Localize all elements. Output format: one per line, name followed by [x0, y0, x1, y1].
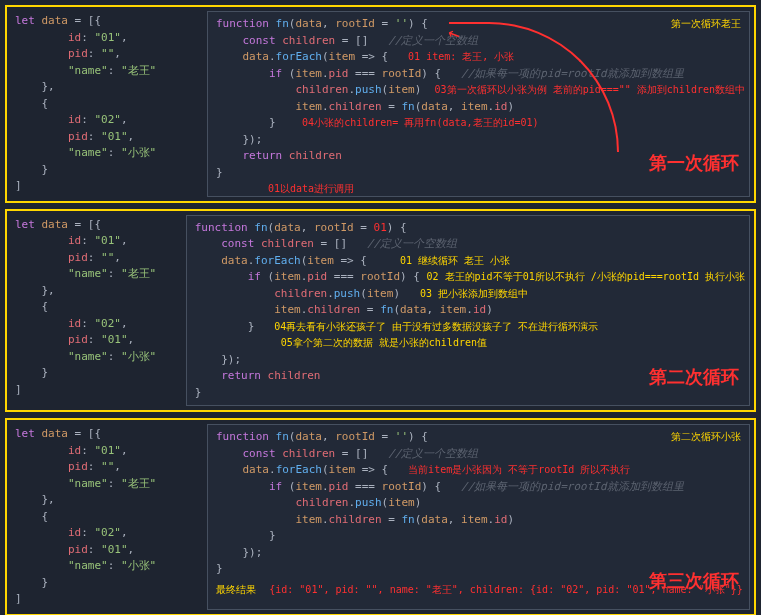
str: "老王"	[121, 267, 156, 280]
panel-2-left: let data = [{ id: "01", pid: "", "name":…	[7, 211, 186, 411]
colon: :	[81, 234, 94, 247]
heading-loop1: 第一次循环	[649, 149, 739, 176]
brace: }	[248, 320, 255, 333]
method: forEach	[276, 463, 322, 476]
prop-id: id	[68, 31, 81, 44]
panel-2: let data = [{ id: "01", pid: "", "name":…	[5, 209, 756, 413]
var: item	[440, 303, 467, 316]
comma: ,	[128, 130, 135, 143]
str: "02"	[94, 113, 121, 126]
comma: ,	[322, 430, 335, 443]
var: data	[243, 463, 270, 476]
kw-return: return	[221, 369, 267, 382]
str: "01"	[94, 31, 121, 44]
fn-name: fn	[254, 221, 267, 234]
paren: )	[486, 303, 493, 316]
comma: ,	[114, 460, 121, 473]
panel-3-right: function fn(data, rootId = '') {第二次循环小张 …	[207, 424, 750, 610]
colon: :	[81, 317, 94, 330]
comma: ,	[128, 543, 135, 556]
kw-function: function	[195, 221, 255, 234]
fn-name: fn	[276, 17, 289, 30]
kw-let: let	[15, 218, 42, 231]
prop-id: id	[68, 317, 81, 330]
var: item	[295, 513, 322, 526]
comma: ,	[114, 47, 121, 60]
paren: (	[322, 50, 329, 63]
str: ""	[101, 47, 114, 60]
note: 01 继续循环 老王 小张	[400, 255, 510, 266]
brace: {	[42, 300, 49, 313]
bracket: ]	[15, 179, 22, 192]
colon: :	[88, 47, 101, 60]
var: children	[268, 369, 321, 382]
panel-3: let data = [{ id: "01", pid: "", "name":…	[5, 418, 756, 615]
dot: .	[322, 480, 329, 493]
colon: :	[108, 267, 121, 280]
comma: ,	[114, 251, 121, 264]
fn: fn	[401, 100, 414, 113]
str: ''	[395, 17, 408, 30]
var: item	[461, 513, 488, 526]
brace: });	[243, 546, 263, 559]
var: item	[295, 100, 322, 113]
prop: pid	[329, 67, 349, 80]
colon: :	[88, 130, 101, 143]
kw-const: const	[242, 34, 282, 47]
kw-const: const	[221, 237, 261, 250]
str: "01"	[101, 333, 128, 346]
note: 01 item: 老王, 小张	[408, 51, 514, 62]
panel-1-right: ↖ function fn(data, rootId = '') {第一次循环老…	[207, 11, 750, 197]
panel-1: let data = [{ id: "01", pid: "", "name":…	[5, 5, 756, 203]
var: data	[242, 50, 269, 63]
prop-name: "name"	[68, 267, 108, 280]
var: children	[295, 496, 348, 509]
comment: //定义一个空数组	[347, 237, 457, 250]
eq: =	[375, 17, 395, 30]
prop-id: id	[68, 526, 81, 539]
note: 当前item是小张因为 不等于rootId 所以不执行	[408, 464, 630, 475]
brace: }	[269, 116, 276, 129]
colon: :	[108, 64, 121, 77]
brace: ) {	[387, 221, 407, 234]
var: children	[282, 447, 335, 460]
arrow: => {	[355, 50, 388, 63]
method: forEach	[254, 254, 300, 267]
note: 04小张的children= 再用fn(data,老王的id=01)	[302, 117, 539, 128]
prop-pid: pid	[68, 333, 88, 346]
prop-pid: pid	[68, 460, 88, 473]
text: = [{	[68, 14, 101, 27]
dot: .	[269, 463, 276, 476]
colon: :	[81, 444, 94, 457]
var: data	[400, 303, 427, 316]
param: item	[307, 254, 334, 267]
prop-name: "name"	[68, 146, 108, 159]
colon: :	[81, 31, 94, 44]
dot: .	[269, 50, 276, 63]
param: rootId	[335, 17, 375, 30]
brace: }	[216, 562, 223, 575]
colon: :	[88, 460, 101, 473]
param: data	[274, 221, 301, 234]
arrow: => {	[355, 463, 388, 476]
var: item	[295, 67, 322, 80]
prop: pid	[329, 480, 349, 493]
brace: });	[242, 133, 262, 146]
brace: },	[42, 493, 55, 506]
brace: }	[42, 576, 49, 589]
note: 03第一次循环以小张为例 老前的pid==="" 添加到children数组中	[435, 84, 745, 95]
brace: }	[42, 163, 49, 176]
op: =	[360, 303, 380, 316]
var: item	[274, 270, 301, 283]
comment: //如果每一项的pid=rootId就添加到数组里	[441, 67, 683, 80]
kw-const: const	[243, 447, 283, 460]
comma: ,	[121, 317, 128, 330]
str: ""	[101, 460, 114, 473]
param: item	[329, 463, 356, 476]
str: "小张"	[121, 350, 156, 363]
dot: .	[322, 67, 329, 80]
prop: children	[307, 303, 360, 316]
var-data: data	[42, 14, 69, 27]
brace: }	[216, 166, 223, 179]
fn: fn	[380, 303, 393, 316]
